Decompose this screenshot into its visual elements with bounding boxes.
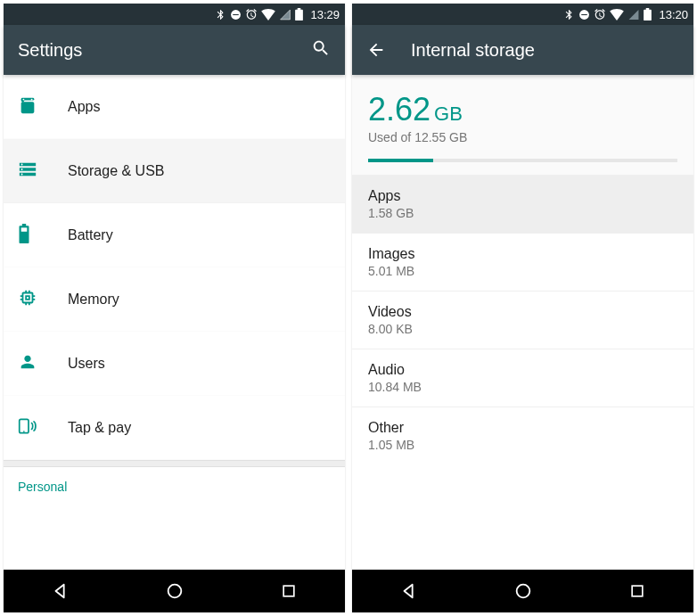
svg-point-6 xyxy=(21,168,23,170)
settings-list: Apps Storage & USB Battery Memory Users … xyxy=(4,75,345,570)
storage-row-audio[interactable]: Audio 10.84 MB xyxy=(352,349,693,407)
nav-recent-icon[interactable] xyxy=(628,582,646,600)
svg-point-11 xyxy=(168,585,182,598)
search-icon[interactable] xyxy=(311,38,331,62)
navigation-bar xyxy=(352,570,693,612)
battery-icon xyxy=(18,224,30,247)
alarm-icon xyxy=(245,8,258,21)
settings-item-memory[interactable]: Memory xyxy=(4,267,345,332)
settings-item-label: Apps xyxy=(68,99,100,115)
alarm-icon xyxy=(594,8,606,21)
phone-settings: 13:29 Settings Apps Storage & USB Batter… xyxy=(4,4,345,612)
storage-used-subtext: Used of 12.55 GB xyxy=(368,130,677,144)
section-header-personal: Personal xyxy=(4,467,345,499)
storage-row-apps[interactable]: Apps 1.58 GB xyxy=(352,175,693,233)
storage-row-title: Apps xyxy=(368,188,677,204)
svg-rect-12 xyxy=(283,586,294,596)
storage-used-unit: GB xyxy=(434,103,463,125)
settings-item-users[interactable]: Users xyxy=(4,332,345,396)
signal-icon xyxy=(279,9,291,21)
svg-rect-1 xyxy=(234,13,240,14)
storage-row-sub: 10.84 MB xyxy=(368,380,677,394)
svg-point-10 xyxy=(23,431,25,432)
storage-used-value: 2.62 xyxy=(368,91,430,127)
settings-item-label: Storage & USB xyxy=(68,163,165,179)
svg-point-5 xyxy=(21,163,23,165)
storage-content: 2.62GB Used of 12.55 GB Apps 1.58 GB Ima… xyxy=(352,75,693,570)
nav-home-icon[interactable] xyxy=(513,581,533,601)
storage-row-title: Other xyxy=(368,420,677,436)
storage-row-sub: 1.58 GB xyxy=(368,206,677,220)
battery-icon xyxy=(295,8,303,21)
svg-point-7 xyxy=(21,173,23,175)
tap-pay-icon xyxy=(18,416,39,439)
svg-rect-14 xyxy=(582,13,588,14)
users-icon xyxy=(18,352,37,375)
nav-recent-icon[interactable] xyxy=(280,582,298,600)
signal-icon xyxy=(627,9,640,21)
apps-icon xyxy=(18,95,37,119)
svg-rect-16 xyxy=(632,586,643,596)
status-time: 13:20 xyxy=(659,8,688,21)
storage-used: 2.62GB xyxy=(368,91,677,128)
settings-item-label: Battery xyxy=(68,227,113,243)
settings-item-label: Tap & pay xyxy=(68,420,131,436)
storage-icon xyxy=(18,160,37,183)
page-title: Internal storage xyxy=(411,40,535,61)
storage-row-sub: 5.01 MB xyxy=(368,264,677,278)
bluetooth-icon xyxy=(563,9,575,21)
storage-summary: 2.62GB Used of 12.55 GB xyxy=(352,75,693,175)
storage-row-title: Images xyxy=(368,246,677,262)
storage-row-sub: 8.00 KB xyxy=(368,322,677,336)
section-divider xyxy=(4,460,345,467)
dnd-icon xyxy=(230,9,242,21)
settings-item-label: Users xyxy=(68,356,105,372)
storage-row-images[interactable]: Images 5.01 MB xyxy=(352,233,693,291)
storage-row-title: Audio xyxy=(368,362,677,378)
status-time: 13:29 xyxy=(310,8,340,21)
storage-progress-fill xyxy=(368,159,433,162)
storage-row-other[interactable]: Other 1.05 MB xyxy=(352,407,693,464)
nav-home-icon[interactable] xyxy=(165,581,184,601)
settings-item-apps[interactable]: Apps xyxy=(4,75,345,139)
status-bar: 13:29 xyxy=(4,4,345,25)
page-title: Settings xyxy=(18,40,82,61)
nav-back-icon[interactable] xyxy=(51,581,70,601)
wifi-icon xyxy=(261,9,275,21)
storage-row-sub: 1.05 MB xyxy=(368,438,677,452)
svg-point-15 xyxy=(517,585,530,598)
svg-point-3 xyxy=(23,98,25,100)
wifi-icon xyxy=(610,9,624,21)
dnd-icon xyxy=(578,9,590,21)
settings-item-battery[interactable]: Battery xyxy=(4,203,345,267)
storage-row-title: Videos xyxy=(368,304,677,320)
status-bar: 13:20 xyxy=(352,4,693,25)
storage-progress xyxy=(368,159,677,162)
storage-row-videos[interactable]: Videos 8.00 KB xyxy=(352,291,693,349)
back-button[interactable] xyxy=(366,40,386,60)
navigation-bar xyxy=(4,570,345,612)
svg-rect-8 xyxy=(21,227,28,231)
app-bar: Internal storage xyxy=(352,25,693,75)
bluetooth-icon xyxy=(215,9,226,21)
settings-item-label: Memory xyxy=(68,292,119,308)
phone-storage: 13:20 Internal storage 2.62GB Used of 12… xyxy=(352,4,693,612)
memory-icon xyxy=(18,288,37,311)
battery-icon xyxy=(644,8,652,21)
nav-back-icon[interactable] xyxy=(399,581,419,601)
app-bar: Settings xyxy=(4,25,345,75)
settings-item-storage[interactable]: Storage & USB xyxy=(4,139,345,203)
settings-item-tap-pay[interactable]: Tap & pay xyxy=(4,396,345,460)
svg-point-4 xyxy=(31,98,33,100)
